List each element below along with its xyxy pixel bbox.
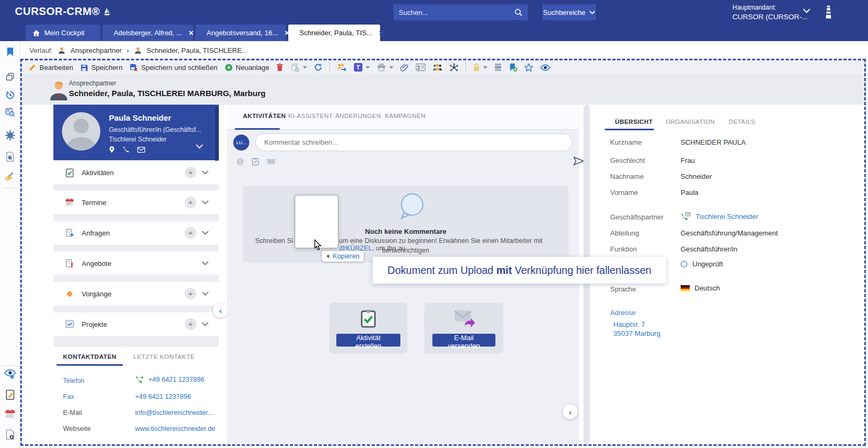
collapse-right-panel-button[interactable]: ‹	[563, 404, 578, 419]
breadcrumb-item-schneider[interactable]: Schneider, Paula, TISCHLERE...	[147, 46, 248, 54]
bookmark-icon[interactable]	[6, 47, 14, 57]
webseite-value[interactable]: www.tischlereischneider.de	[135, 425, 215, 433]
tenant-selector[interactable]: Hauptmandant: CURSOR (CURSOR-...	[732, 3, 808, 21]
attachment-button[interactable]	[400, 63, 409, 72]
telefon-value[interactable]: +49 6421 1237896	[148, 376, 204, 383]
new-record-button[interactable]: Neuanlage	[225, 64, 270, 72]
search-input[interactable]	[393, 9, 509, 17]
eye-star-icon[interactable]	[4, 368, 16, 380]
add-vorgang-button[interactable]: +	[185, 288, 196, 300]
comment-input[interactable]	[255, 133, 572, 151]
chevron-down-icon[interactable]	[202, 261, 209, 265]
user-avatar[interactable]: LU...	[233, 135, 249, 151]
copy-dropdown-caret[interactable]	[303, 66, 307, 69]
record-avatar	[49, 79, 69, 100]
chevron-down-icon[interactable]	[202, 231, 209, 235]
print-button[interactable]	[377, 63, 393, 72]
section-anfragen[interactable]: Anfragen +	[53, 221, 219, 245]
lock-button[interactable]	[473, 63, 487, 72]
search-scope-button[interactable]: Suchbereiche	[542, 4, 596, 20]
chevron-down-icon[interactable]	[202, 170, 209, 175]
tab-aenderungen[interactable]: ÄNDERUNGEN	[335, 113, 381, 119]
tab-kampagnen[interactable]: KAMPAGNEN	[385, 113, 425, 119]
email-value[interactable]: info@tischlereischneider....	[135, 409, 215, 416]
copy-button[interactable]	[290, 63, 307, 72]
add-projekt-button[interactable]: +	[185, 318, 196, 330]
tab-ki-assistent[interactable]: KI-ASSISTENT	[288, 113, 333, 119]
teams-dropdown-caret[interactable]	[366, 66, 370, 69]
tab-aktivitaeten[interactable]: AKTIVITÄTEN	[243, 113, 286, 119]
mail-icon[interactable]	[267, 159, 275, 164]
process-gear-icon[interactable]	[5, 130, 15, 140]
document-settings-icon[interactable]	[5, 429, 15, 440]
collapse-left-panel-button[interactable]: ‹	[213, 303, 228, 318]
favorite-star-button[interactable]	[524, 63, 533, 72]
close-icon[interactable]: ✕	[378, 29, 384, 37]
tab-uebersicht[interactable]: ÜBERSICHT	[615, 119, 653, 125]
chevron-down-icon[interactable]	[202, 200, 209, 205]
lock-dropdown-caret[interactable]	[483, 66, 487, 69]
tools-icon[interactable]	[5, 171, 15, 181]
search-icon[interactable]	[509, 4, 528, 20]
history-icon[interactable]	[5, 90, 15, 100]
add-anfrage-button[interactable]: +	[185, 227, 196, 239]
teams-button[interactable]: T	[354, 63, 370, 72]
clipboard-edit-icon[interactable]	[5, 389, 15, 400]
adresse-line2[interactable]: 35037 Marburg	[613, 329, 660, 337]
watch-eye-button[interactable]	[540, 64, 550, 71]
contact-card-button[interactable]	[416, 64, 425, 71]
close-icon[interactable]: ✕	[188, 29, 194, 37]
edit-button[interactable]: Bearbeiten	[28, 64, 73, 72]
tab-adelsberger[interactable]: Adelsberger, Alfred, ... ✕	[102, 25, 193, 41]
add-aktivitaet-button[interactable]: +	[185, 167, 196, 178]
section-aktivitaeten[interactable]: Aktivitäten +	[53, 161, 219, 184]
fax-value[interactable]: +49 6421 1237896	[135, 393, 191, 400]
add-termin-button[interactable]: +	[185, 197, 196, 208]
save-button[interactable]: Speichern	[80, 64, 123, 72]
task-clipboard-icon[interactable]	[252, 158, 259, 166]
record-search-icon[interactable]	[5, 108, 15, 117]
relations-network-button[interactable]	[449, 63, 459, 72]
tab-kontaktdaten[interactable]: KONTAKTDATEN	[63, 353, 116, 360]
location-pin-icon[interactable]	[109, 146, 115, 153]
section-projekte[interactable]: Projekte +	[53, 312, 219, 336]
chevron-down-icon[interactable]	[202, 322, 209, 326]
people-group-button[interactable]	[432, 64, 443, 71]
create-activity-button[interactable]: Aktivität erstellen	[336, 334, 400, 347]
tab-mein-cockpit[interactable]: Mein Cockpit	[26, 25, 100, 41]
section-angebote[interactable]: Angebote	[53, 251, 219, 275]
ungeprueft-radio[interactable]	[681, 261, 688, 268]
tab-organisation[interactable]: ORGANISATION	[666, 119, 715, 125]
delete-button[interactable]	[276, 63, 283, 72]
section-vorgaenge[interactable]: Vorgänge +	[53, 282, 219, 305]
chevron-down-icon[interactable]	[202, 292, 209, 296]
data-layers-button[interactable]	[494, 63, 502, 72]
breadcrumb-item-ansprechpartner[interactable]: Ansprechpartner	[70, 46, 122, 54]
geschaeftspartner-link[interactable]: Tischlerei Schneider	[696, 213, 758, 221]
windows-stack-icon[interactable]	[5, 73, 14, 81]
send-email-button[interactable]: E-Mail versenden	[432, 334, 495, 347]
adresse-line1[interactable]: Hauptsr. 7	[613, 320, 645, 328]
tenant-chevron-down-icon[interactable]	[803, 9, 810, 13]
tab-schneider-paula[interactable]: Schneider, Paula, TIS... ✕	[288, 25, 380, 41]
calendar-icon[interactable]	[5, 409, 15, 419]
tab-letzte-kontakte[interactable]: LETZTE KONTAKTE	[133, 353, 195, 360]
transfer-contact-button[interactable]	[337, 63, 347, 72]
mail-icon[interactable]	[137, 147, 145, 153]
lighthouse-icon[interactable]	[824, 5, 833, 19]
left-icon-rail	[0, 41, 20, 448]
print-dropdown-caret[interactable]	[389, 66, 393, 69]
profile-avatar[interactable]	[62, 112, 100, 151]
mention-at-icon[interactable]: @	[236, 157, 244, 166]
report-pie-icon[interactable]	[5, 152, 14, 162]
refresh-button[interactable]	[314, 63, 322, 72]
bookmark-add-button[interactable]	[509, 63, 517, 72]
phone-icon[interactable]	[122, 146, 130, 153]
profile-expand-chevron-down-icon[interactable]	[195, 144, 203, 149]
tab-details[interactable]: DETAILS	[729, 119, 755, 125]
tab-angebotsversand[interactable]: Angebotsversand, 16... ✕	[195, 25, 286, 41]
save-close-button[interactable]: Speichern und schließen	[129, 63, 217, 72]
section-termine[interactable]: Termine +	[53, 191, 219, 214]
eye-icon	[540, 64, 550, 71]
send-comment-icon[interactable]	[573, 156, 585, 166]
